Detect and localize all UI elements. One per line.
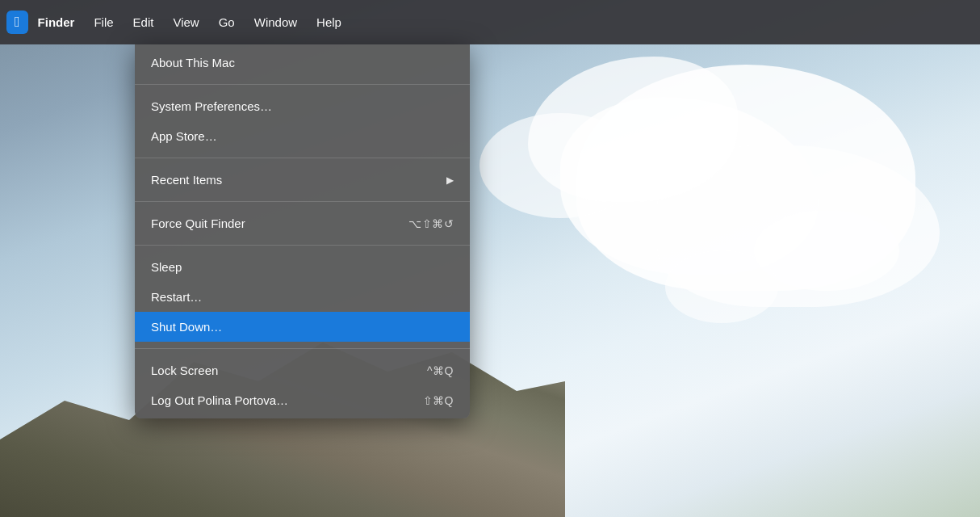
shut-down-item[interactable]: Shut Down…: [135, 312, 470, 342]
force-quit-item[interactable]: Force Quit Finder ⌥⇧⌘↺: [135, 208, 470, 238]
force-quit-shortcut: ⌥⇧⌘↺: [408, 217, 454, 230]
menu-group-1: About This Mac: [135, 44, 470, 81]
divider-4: [135, 245, 470, 246]
restart-item[interactable]: Restart…: [135, 282, 470, 312]
view-menu[interactable]: View: [163, 12, 208, 32]
menubar:  Finder File Edit View Go Window Help: [0, 0, 980, 44]
recent-items-item[interactable]: Recent Items ▶: [135, 165, 470, 195]
app-store-item[interactable]: App Store…: [135, 121, 470, 151]
edit-menu[interactable]: Edit: [124, 12, 164, 32]
menu-group-3: Recent Items ▶: [135, 162, 470, 198]
apple-dropdown-menu: About This Mac System Preferences… App S…: [135, 44, 470, 418]
app-store-label: App Store…: [151, 129, 217, 143]
sleep-item[interactable]: Sleep: [135, 252, 470, 282]
divider-3: [135, 201, 470, 202]
force-quit-label: Force Quit Finder: [151, 216, 245, 230]
sleep-label: Sleep: [151, 260, 182, 274]
restart-label: Restart…: [151, 290, 202, 304]
file-menu[interactable]: File: [84, 12, 123, 32]
divider-5: [135, 348, 470, 349]
lock-screen-item[interactable]: Lock Screen ^⌘Q: [135, 355, 470, 385]
divider-2: [135, 158, 470, 158]
menu-group-4: Force Quit Finder ⌥⇧⌘↺: [135, 205, 470, 242]
about-this-mac-label: About This Mac: [151, 56, 235, 69]
help-menu[interactable]: Help: [307, 12, 351, 32]
recent-items-arrow: ▶: [446, 174, 454, 186]
recent-items-label: Recent Items: [151, 173, 222, 187]
system-preferences-item[interactable]: System Preferences…: [135, 91, 470, 121]
log-out-label: Log Out Polina Portova…: [151, 393, 288, 407]
about-this-mac-item[interactable]: About This Mac: [135, 48, 470, 78]
menu-group-6: Lock Screen ^⌘Q Log Out Polina Portova… …: [135, 352, 470, 418]
finder-menu[interactable]: Finder: [28, 12, 85, 32]
apple-menu-button[interactable]: : [6, 11, 28, 34]
divider-1: [135, 84, 470, 85]
menu-group-5: Sleep Restart… Shut Down…: [135, 249, 470, 345]
log-out-shortcut: ⇧⌘Q: [423, 394, 454, 407]
lock-screen-label: Lock Screen: [151, 364, 218, 377]
system-preferences-label: System Preferences…: [151, 99, 272, 113]
menu-group-2: System Preferences… App Store…: [135, 88, 470, 154]
window-menu[interactable]: Window: [245, 12, 307, 32]
shut-down-label: Shut Down…: [151, 320, 222, 334]
lock-screen-shortcut: ^⌘Q: [427, 364, 454, 377]
go-menu[interactable]: Go: [209, 12, 245, 32]
log-out-item[interactable]: Log Out Polina Portova… ⇧⌘Q: [135, 385, 470, 415]
